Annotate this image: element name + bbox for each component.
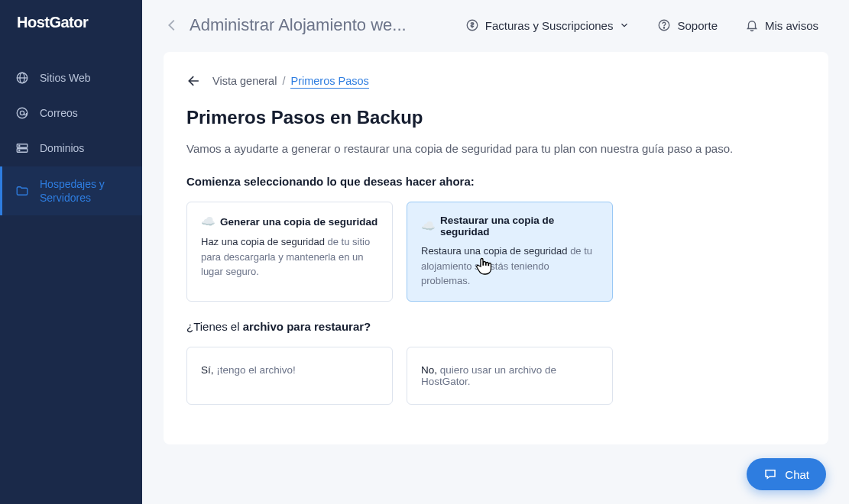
- card-line: No, quiero usar un archivo de HostGator.: [421, 364, 598, 387]
- chat-button[interactable]: Chat: [747, 458, 826, 490]
- topbar-support-link[interactable]: Soporte: [648, 18, 727, 32]
- sidebar-item-label: Sitios Web: [40, 71, 91, 85]
- page-description: Vamos a ayudarte a generar o restaurar u…: [186, 142, 805, 155]
- at-icon: [15, 106, 29, 120]
- breadcrumb-current: Primeros Pasos: [290, 75, 368, 89]
- chevron-down-icon: [619, 20, 630, 31]
- topbar-billing-link[interactable]: Facturas y Suscripciones: [456, 18, 640, 32]
- sidebar-item-domains[interactable]: Dominios: [0, 131, 142, 166]
- restore-file-question: ¿Tienes el archivo para restaurar?: [186, 320, 805, 333]
- topbar: Administrar Alojamiento we... Facturas y…: [142, 0, 849, 50]
- bell-icon: [745, 18, 759, 32]
- svg-point-7: [19, 146, 20, 147]
- card-title-text: Generar una copia de seguridad: [220, 216, 378, 228]
- section-title-action: Comienza seleccionando lo que deseas hac…: [186, 175, 805, 188]
- breadcrumb-separator: /: [282, 75, 285, 87]
- svg-point-11: [664, 27, 665, 28]
- svg-point-8: [19, 150, 20, 151]
- globe-icon: [15, 71, 29, 85]
- help-circle-icon: [657, 18, 671, 32]
- sidebar-item-sites[interactable]: Sitios Web: [0, 60, 142, 95]
- sidebar-item-label: Dominios: [40, 141, 84, 155]
- card-generate-backup[interactable]: ☁️ Generar una copia de seguridad Haz un…: [186, 202, 393, 302]
- card-title-text: Restaurar una copia de seguridad: [440, 215, 598, 237]
- dollar-circle-icon: [465, 18, 479, 32]
- chat-label: Chat: [785, 468, 809, 481]
- topbar-billing-label: Facturas y Suscripciones: [485, 19, 614, 32]
- folder-icon: [15, 184, 29, 198]
- card-have-file[interactable]: Sí, ¡tengo el archivo!: [186, 347, 393, 405]
- svg-point-3: [17, 108, 28, 119]
- topbar-title: Administrar Alojamiento we...: [190, 15, 407, 35]
- sidebar-item-mail[interactable]: Correos: [0, 95, 142, 131]
- card-restore-backup[interactable]: ☁️ Restaurar una copia de seguridad Rest…: [407, 202, 613, 302]
- brand-logo[interactable]: HostGator: [0, 0, 142, 45]
- page-title: Primeros Pasos en Backup: [186, 107, 805, 128]
- breadcrumb-back-icon[interactable]: [186, 73, 202, 89]
- card-use-hostgator-file[interactable]: No, quiero usar un archivo de HostGator.: [407, 347, 613, 405]
- topbar-support-label: Soporte: [677, 19, 718, 32]
- file-option-cards: Sí, ¡tengo el archivo! No, quiero usar u…: [186, 347, 805, 405]
- breadcrumb-root[interactable]: Vista general: [212, 75, 277, 87]
- breadcrumb: Vista general / Primeros Pasos: [212, 75, 369, 87]
- card-description: Restaura una copia de seguridad de tu al…: [421, 244, 598, 289]
- back-arrow-icon[interactable]: [164, 17, 180, 34]
- topbar-notices-label: Mis avisos: [765, 19, 818, 32]
- sidebar-item-label: Correos: [40, 106, 78, 120]
- card-title: ☁️ Restaurar una copia de seguridad: [421, 215, 598, 237]
- sidebar-item-label: Hospedajes y Servidores: [40, 177, 127, 205]
- topbar-notices-link[interactable]: Mis avisos: [736, 18, 828, 32]
- cloud-download-icon: ☁️: [421, 219, 436, 233]
- card-title: ☁️ Generar una copia de seguridad: [201, 215, 378, 228]
- server-icon: [15, 141, 29, 155]
- breadcrumb-row: Vista general / Primeros Pasos: [186, 73, 805, 89]
- card-description: Haz una copia de seguridad de tu sitio p…: [201, 234, 378, 279]
- sidebar-nav: Sitios Web Correos Dominios Hospedajes y…: [0, 45, 142, 215]
- chat-icon: [763, 467, 777, 481]
- card-line: Sí, ¡tengo el archivo!: [201, 364, 378, 376]
- action-cards: ☁️ Generar una copia de seguridad Haz un…: [186, 202, 805, 302]
- content-panel: Vista general / Primeros Pasos Primeros …: [164, 52, 828, 444]
- svg-point-4: [20, 111, 24, 115]
- sidebar: HostGator Sitios Web Correos Dominios Ho…: [0, 0, 142, 504]
- sidebar-item-hosting[interactable]: Hospedajes y Servidores: [0, 166, 142, 215]
- cloud-upload-icon: ☁️: [201, 215, 215, 228]
